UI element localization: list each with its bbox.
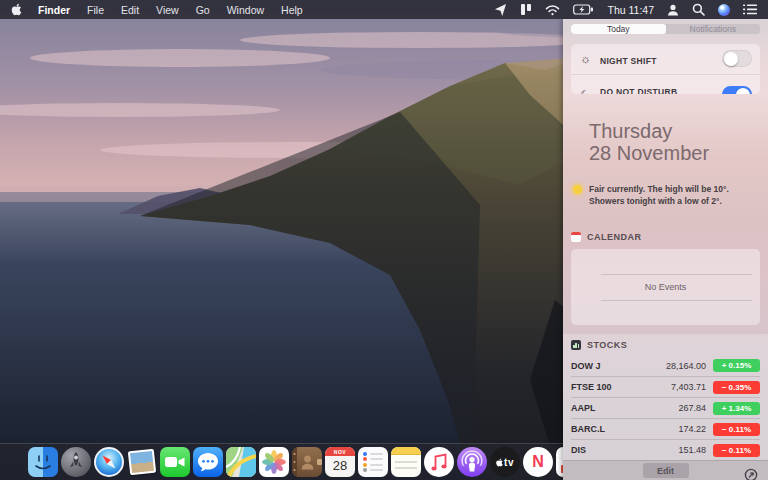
sun-icon	[573, 185, 582, 194]
stocks-widget: STOCKS DOW J 28,164.00 + 0.15% FTSE 100 …	[563, 334, 768, 460]
weather-summary: Fair currently. The high will be 10°. Sh…	[573, 183, 758, 209]
today-notifications-tabs: Today Notifications	[571, 24, 760, 34]
stock-change-badge: + 1.34%	[713, 402, 760, 415]
stock-change-badge: − 0.35%	[713, 381, 760, 394]
watermark-icon	[744, 468, 758, 480]
panel-footer: Edit	[563, 460, 768, 480]
dock-icon-messages[interactable]	[193, 447, 223, 477]
stock-row-barcl[interactable]: BARC.L 174.22 − 0.11%	[571, 418, 760, 439]
photo-thumbnail	[128, 449, 156, 476]
weather-text: Fair currently. The high will be 10°. Sh…	[589, 183, 758, 209]
stock-symbol: BARC.L	[571, 424, 605, 434]
stock-price: 174.22	[678, 424, 706, 434]
calendar-widget: CALENDAR No Events	[571, 232, 760, 325]
menu-bar-clock[interactable]: Thu 11:47	[607, 4, 654, 16]
night-shift-label: NIGHT SHIFT	[600, 56, 657, 66]
night-shift-row: ☼ NIGHT SHIFT	[571, 44, 760, 74]
stocks-title: STOCKS	[587, 340, 627, 350]
dock-icon-photos[interactable]	[259, 447, 289, 477]
today-date: Thursday 28 November	[589, 120, 768, 164]
do-not-disturb-row: ☾ DO NOT DISTURB Will turn off tomorrow	[571, 74, 760, 94]
apple-menu-icon[interactable]	[11, 3, 22, 16]
spotlight-search-icon[interactable]	[692, 3, 705, 16]
stocks-header: STOCKS	[571, 340, 760, 350]
do-not-disturb-label: DO NOT DISTURB	[600, 87, 677, 94]
stock-symbol: DOW J	[571, 361, 601, 371]
dock-icon-preview[interactable]	[127, 447, 157, 477]
dock-icon-reminders[interactable]	[358, 447, 388, 477]
stock-list: DOW J 28,164.00 + 0.15% FTSE 100 7,403.7…	[571, 355, 760, 460]
night-shift-toggle[interactable]	[722, 50, 752, 67]
input-source-icon[interactable]	[520, 3, 532, 16]
dock-icon-tv[interactable]: tv	[490, 447, 520, 477]
calendar-title: CALENDAR	[587, 232, 642, 242]
dock-icon-safari[interactable]	[94, 447, 124, 477]
dock-icon-calendar[interactable]: NOV 28	[325, 447, 355, 477]
user-switch-icon[interactable]	[667, 4, 679, 16]
tab-notifications[interactable]: Notifications	[666, 24, 761, 34]
calendar-header: CALENDAR	[571, 232, 760, 242]
no-events-label: No Events	[645, 282, 687, 292]
menu-item-window[interactable]: Window	[227, 4, 264, 16]
stock-price: 151.48	[678, 445, 706, 455]
calendar-card[interactable]: No Events	[571, 249, 760, 325]
dock-icon-contacts[interactable]	[292, 447, 322, 477]
dock-icon-launchpad[interactable]	[61, 447, 91, 477]
location-icon[interactable]	[494, 3, 507, 16]
tab-today[interactable]: Today	[571, 24, 666, 34]
wifi-icon[interactable]	[545, 4, 560, 16]
stock-price: 28,164.00	[666, 361, 706, 371]
menu-item-edit[interactable]: Edit	[121, 4, 139, 16]
menu-item-go[interactable]: Go	[196, 4, 210, 16]
news-letter: N	[532, 453, 544, 471]
moon-icon: ☾	[579, 89, 592, 94]
stock-symbol: DIS	[571, 445, 586, 455]
menu-bar: Finder File Edit View Go Window Help Thu…	[0, 0, 768, 19]
dock-icon-music[interactable]	[424, 447, 454, 477]
dock-icon-podcasts[interactable]	[457, 447, 487, 477]
dock-icon-facetime[interactable]	[160, 447, 190, 477]
stock-symbol: AAPL	[571, 403, 596, 413]
desktop: Finder File Edit View Go Window Help Thu…	[0, 0, 768, 480]
stock-symbol: FTSE 100	[571, 382, 612, 392]
calendar-icon	[571, 232, 581, 242]
stock-row-dowj[interactable]: DOW J 28,164.00 + 0.15%	[571, 355, 760, 376]
menu-bar-status-area: Thu 11:47	[494, 3, 757, 16]
siri-icon[interactable]	[718, 4, 730, 16]
stock-change-badge: − 0.11%	[713, 423, 760, 436]
menu-item-help[interactable]: Help	[281, 4, 303, 16]
menu-item-file[interactable]: File	[87, 4, 104, 16]
stock-price: 267.84	[678, 403, 706, 413]
menu-item-finder[interactable]: Finder	[38, 4, 70, 16]
stock-row-aapl[interactable]: AAPL 267.84 + 1.34%	[571, 397, 760, 418]
date-label: 28 November	[589, 142, 768, 164]
edit-button[interactable]: Edit	[643, 463, 689, 478]
night-shift-icon: ☼	[579, 53, 592, 65]
stocks-icon	[571, 340, 581, 350]
weekday-label: Thursday	[589, 120, 768, 142]
calendar-month-label: NOV	[325, 447, 355, 456]
menu-item-view[interactable]: View	[156, 4, 179, 16]
dock-icon-notes[interactable]	[391, 447, 421, 477]
stock-row-dis[interactable]: DIS 151.48 − 0.11%	[571, 439, 760, 460]
battery-charging-icon[interactable]	[573, 4, 594, 15]
notification-center-panel: Today Notifications ☼ NIGHT SHIFT ☾ DO N…	[563, 19, 768, 480]
tv-label: tv	[504, 457, 514, 468]
dock-icon-finder[interactable]	[28, 447, 58, 477]
stock-change-badge: + 0.15%	[713, 359, 760, 372]
stock-price: 7,403.71	[671, 382, 706, 392]
calendar-day-label: 28	[333, 456, 347, 476]
do-not-disturb-toggle[interactable]	[722, 86, 752, 93]
dock-icon-maps[interactable]	[226, 447, 256, 477]
dock-icon-news[interactable]: N	[523, 447, 553, 477]
stock-row-ftse[interactable]: FTSE 100 7,403.71 − 0.35%	[571, 376, 760, 397]
stock-change-badge: − 0.11%	[713, 444, 760, 457]
notification-center-icon[interactable]	[743, 4, 757, 15]
quick-toggles-card: ☼ NIGHT SHIFT ☾ DO NOT DISTURB Will turn…	[571, 44, 760, 94]
